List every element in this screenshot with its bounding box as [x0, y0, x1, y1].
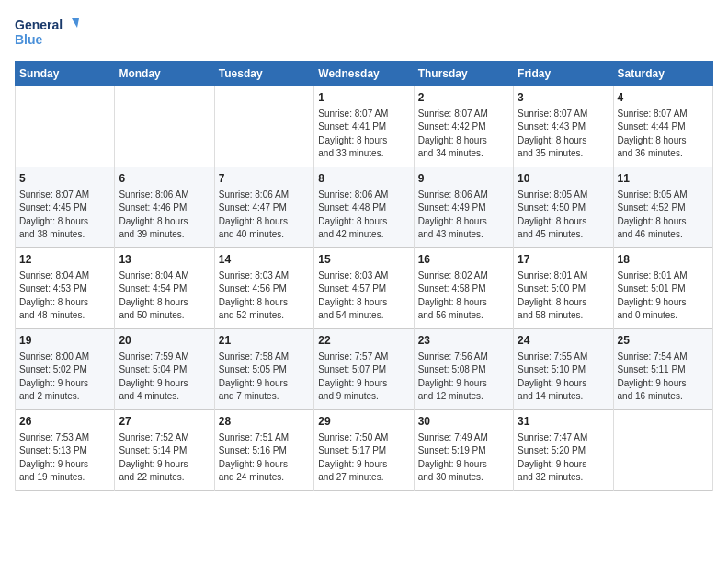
- calendar-week-row: 19Sunrise: 8:00 AM Sunset: 5:02 PM Dayli…: [16, 329, 713, 410]
- day-content: Sunrise: 8:05 AM Sunset: 4:50 PM Dayligh…: [518, 189, 609, 242]
- calendar-cell: 2Sunrise: 8:07 AM Sunset: 4:42 PM Daylig…: [414, 86, 513, 167]
- day-content: Sunrise: 8:06 AM Sunset: 4:47 PM Dayligh…: [219, 189, 310, 242]
- day-content: Sunrise: 8:07 AM Sunset: 4:42 PM Dayligh…: [418, 108, 509, 161]
- day-content: Sunrise: 8:00 AM Sunset: 5:02 PM Dayligh…: [19, 350, 110, 404]
- day-number: 31: [518, 414, 609, 430]
- day-number: 13: [119, 252, 210, 268]
- day-content: Sunrise: 7:56 AM Sunset: 5:08 PM Dayligh…: [418, 350, 509, 404]
- day-content: Sunrise: 8:06 AM Sunset: 4:46 PM Dayligh…: [119, 189, 210, 242]
- day-number: 1: [318, 90, 409, 106]
- calendar-week-row: 1Sunrise: 8:07 AM Sunset: 4:41 PM Daylig…: [16, 86, 713, 167]
- calendar-cell: 18Sunrise: 8:01 AM Sunset: 5:01 PM Dayli…: [613, 248, 712, 329]
- day-header-wednesday: Wednesday: [314, 62, 414, 86]
- day-content: Sunrise: 8:02 AM Sunset: 4:58 PM Dayligh…: [418, 270, 509, 323]
- calendar-cell: 21Sunrise: 7:58 AM Sunset: 5:05 PM Dayli…: [214, 329, 313, 410]
- day-header-friday: Friday: [514, 62, 613, 86]
- calendar-cell: 11Sunrise: 8:05 AM Sunset: 4:52 PM Dayli…: [613, 167, 712, 248]
- day-number: 12: [19, 252, 110, 268]
- day-content: Sunrise: 7:53 AM Sunset: 5:13 PM Dayligh…: [19, 431, 110, 485]
- day-number: 7: [219, 171, 310, 187]
- calendar-cell: 4Sunrise: 8:07 AM Sunset: 4:44 PM Daylig…: [613, 86, 712, 167]
- svg-text:General: General: [15, 17, 63, 32]
- calendar-cell: 14Sunrise: 8:03 AM Sunset: 4:56 PM Dayli…: [214, 248, 313, 329]
- day-number: 5: [19, 171, 110, 187]
- day-number: 27: [119, 414, 210, 430]
- day-number: 26: [19, 414, 110, 430]
- calendar-cell: 3Sunrise: 8:07 AM Sunset: 4:43 PM Daylig…: [514, 86, 613, 167]
- day-content: Sunrise: 8:03 AM Sunset: 4:56 PM Dayligh…: [219, 270, 310, 323]
- calendar-cell: 5Sunrise: 8:07 AM Sunset: 4:45 PM Daylig…: [16, 167, 115, 248]
- day-header-saturday: Saturday: [613, 62, 712, 86]
- logo-svg: General Blue: [15, 15, 79, 50]
- day-number: 21: [219, 333, 310, 349]
- day-number: 29: [318, 414, 409, 430]
- calendar-cell: 31Sunrise: 7:47 AM Sunset: 5:20 PM Dayli…: [514, 410, 613, 491]
- day-number: 20: [119, 333, 210, 349]
- day-number: 25: [618, 333, 709, 349]
- day-header-thursday: Thursday: [414, 62, 513, 86]
- calendar-cell: 19Sunrise: 8:00 AM Sunset: 5:02 PM Dayli…: [16, 329, 115, 410]
- day-content: Sunrise: 7:54 AM Sunset: 5:11 PM Dayligh…: [618, 350, 709, 404]
- day-number: 17: [518, 252, 609, 268]
- day-content: Sunrise: 8:07 AM Sunset: 4:45 PM Dayligh…: [19, 189, 110, 242]
- calendar-cell: 26Sunrise: 7:53 AM Sunset: 5:13 PM Dayli…: [16, 410, 115, 491]
- calendar-week-row: 5Sunrise: 8:07 AM Sunset: 4:45 PM Daylig…: [16, 167, 713, 248]
- day-number: 6: [119, 171, 210, 187]
- day-number: 10: [518, 171, 609, 187]
- calendar-cell: 15Sunrise: 8:03 AM Sunset: 4:57 PM Dayli…: [314, 248, 414, 329]
- day-number: 14: [219, 252, 310, 268]
- day-content: Sunrise: 7:49 AM Sunset: 5:19 PM Dayligh…: [418, 431, 509, 485]
- day-content: Sunrise: 7:59 AM Sunset: 5:04 PM Dayligh…: [119, 350, 210, 404]
- calendar-week-row: 12Sunrise: 8:04 AM Sunset: 4:53 PM Dayli…: [16, 248, 713, 329]
- day-number: 4: [618, 90, 709, 106]
- calendar-cell: 16Sunrise: 8:02 AM Sunset: 4:58 PM Dayli…: [414, 248, 513, 329]
- day-number: 28: [219, 414, 310, 430]
- svg-text:Blue: Blue: [15, 32, 43, 47]
- calendar-cell: 29Sunrise: 7:50 AM Sunset: 5:17 PM Dayli…: [314, 410, 414, 491]
- day-content: Sunrise: 8:06 AM Sunset: 4:49 PM Dayligh…: [418, 189, 509, 242]
- calendar-week-row: 26Sunrise: 7:53 AM Sunset: 5:13 PM Dayli…: [16, 410, 713, 491]
- day-number: 18: [618, 252, 709, 268]
- calendar-cell: [115, 86, 214, 167]
- calendar-table: SundayMondayTuesdayWednesdayThursdayFrid…: [15, 61, 713, 491]
- day-content: Sunrise: 8:07 AM Sunset: 4:44 PM Dayligh…: [618, 108, 709, 161]
- day-number: 24: [518, 333, 609, 349]
- calendar-cell: 22Sunrise: 7:57 AM Sunset: 5:07 PM Dayli…: [314, 329, 414, 410]
- day-content: Sunrise: 7:55 AM Sunset: 5:10 PM Dayligh…: [518, 350, 609, 404]
- calendar-cell: 10Sunrise: 8:05 AM Sunset: 4:50 PM Dayli…: [514, 167, 613, 248]
- calendar-cell: [613, 410, 712, 491]
- day-content: Sunrise: 7:51 AM Sunset: 5:16 PM Dayligh…: [219, 431, 310, 485]
- calendar-cell: 23Sunrise: 7:56 AM Sunset: 5:08 PM Dayli…: [414, 329, 513, 410]
- day-content: Sunrise: 8:04 AM Sunset: 4:53 PM Dayligh…: [19, 270, 110, 323]
- calendar-cell: 24Sunrise: 7:55 AM Sunset: 5:10 PM Dayli…: [514, 329, 613, 410]
- calendar-cell: 9Sunrise: 8:06 AM Sunset: 4:49 PM Daylig…: [414, 167, 513, 248]
- day-content: Sunrise: 8:03 AM Sunset: 4:57 PM Dayligh…: [318, 270, 409, 323]
- day-content: Sunrise: 8:07 AM Sunset: 4:41 PM Dayligh…: [318, 108, 409, 161]
- calendar-cell: 13Sunrise: 8:04 AM Sunset: 4:54 PM Dayli…: [115, 248, 214, 329]
- calendar-cell: [214, 86, 313, 167]
- days-header-row: SundayMondayTuesdayWednesdayThursdayFrid…: [16, 62, 713, 86]
- calendar-cell: [16, 86, 115, 167]
- day-content: Sunrise: 7:50 AM Sunset: 5:17 PM Dayligh…: [318, 431, 409, 485]
- day-number: 11: [618, 171, 709, 187]
- day-number: 23: [418, 333, 509, 349]
- calendar-cell: 25Sunrise: 7:54 AM Sunset: 5:11 PM Dayli…: [613, 329, 712, 410]
- day-number: 16: [418, 252, 509, 268]
- day-number: 9: [418, 171, 509, 187]
- day-number: 30: [418, 414, 509, 430]
- calendar-cell: 6Sunrise: 8:06 AM Sunset: 4:46 PM Daylig…: [115, 167, 214, 248]
- day-header-sunday: Sunday: [16, 62, 115, 86]
- calendar-cell: 30Sunrise: 7:49 AM Sunset: 5:19 PM Dayli…: [414, 410, 513, 491]
- day-content: Sunrise: 8:04 AM Sunset: 4:54 PM Dayligh…: [119, 270, 210, 323]
- day-number: 3: [518, 90, 609, 106]
- day-content: Sunrise: 7:52 AM Sunset: 5:14 PM Dayligh…: [119, 431, 210, 485]
- day-content: Sunrise: 8:06 AM Sunset: 4:48 PM Dayligh…: [318, 189, 409, 242]
- day-header-tuesday: Tuesday: [214, 62, 313, 86]
- day-content: Sunrise: 8:07 AM Sunset: 4:43 PM Dayligh…: [518, 108, 609, 161]
- day-content: Sunrise: 8:01 AM Sunset: 5:00 PM Dayligh…: [518, 270, 609, 323]
- day-content: Sunrise: 7:57 AM Sunset: 5:07 PM Dayligh…: [318, 350, 409, 404]
- calendar-cell: 27Sunrise: 7:52 AM Sunset: 5:14 PM Dayli…: [115, 410, 214, 491]
- svg-marker-2: [72, 18, 79, 28]
- calendar-cell: 17Sunrise: 8:01 AM Sunset: 5:00 PM Dayli…: [514, 248, 613, 329]
- day-content: Sunrise: 8:05 AM Sunset: 4:52 PM Dayligh…: [618, 189, 709, 242]
